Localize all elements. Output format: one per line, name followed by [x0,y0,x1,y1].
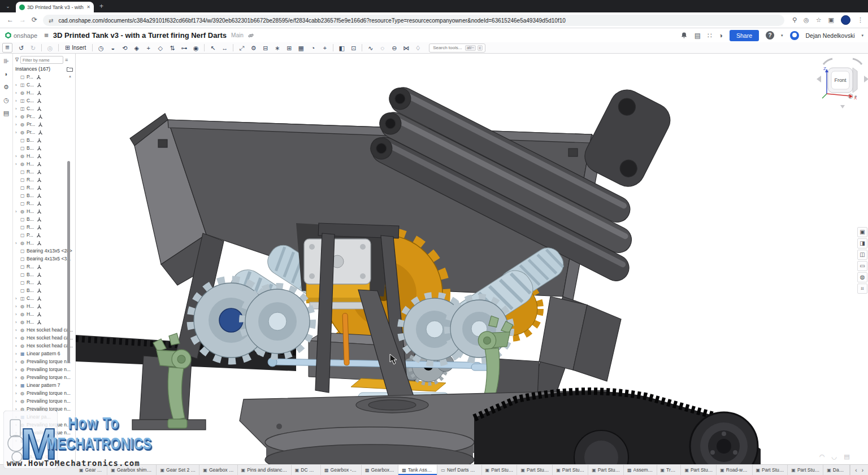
chevron-right-icon[interactable]: › [15,106,20,111]
tab-search-icon[interactable]: ⌄ [3,2,12,10]
chevron-right-icon[interactable]: › [15,430,20,435]
new-folder-icon[interactable] [67,67,73,72]
instance-item[interactable]: › B... ⊘ ▲ [13,271,76,278]
close-tab-icon[interactable]: ✕ [86,5,90,10]
instance-item[interactable]: › H... ⊘ ▲ [13,302,76,310]
instance-item[interactable]: › Linear pattern 6 ⊘ ▲ [13,350,76,358]
explode-icon[interactable]: ⤢ [236,43,247,53]
tab-part-studio-3[interactable]: Part Studio 3 [753,465,788,475]
chevron-right-icon[interactable]: › [15,162,20,167]
tab-gear-set-1[interactable]: Gear Set 1 [76,465,107,475]
chevron-right-icon[interactable]: › [15,438,20,443]
tab-part-studio-2[interactable]: Part Studio 2 [788,465,823,475]
chevron-right-icon[interactable]: › [15,328,20,333]
chevron-right-icon[interactable]: › [15,154,20,159]
chevron-right-icon[interactable]: › [15,415,20,420]
center-of-mass-icon[interactable]: ⌖ [319,43,330,53]
ellipse-tool-icon[interactable]: ◌ [377,43,388,53]
url-input[interactable] [57,17,779,24]
user-avatar[interactable] [790,31,799,40]
mate-icon[interactable]: ◒ [107,43,118,53]
linear-pattern-icon[interactable]: ▦ [296,43,306,53]
chevron-right-icon[interactable]: › [15,383,20,388]
configurations-icon[interactable]: ⚙ [2,83,10,91]
share-link-icon[interactable] [248,33,254,38]
instance-item[interactable]: › H... ⊘ ▲ [13,152,76,160]
bookmark-star-icon[interactable]: ☆ [816,16,822,24]
chevron-right-icon[interactable]: › [15,375,20,380]
instance-item[interactable]: › Prevailing torque n... ⊘ ▲ [13,429,76,437]
planar-mate-icon[interactable]: ◇ [155,43,166,53]
comments-icon[interactable]: ◗ [2,70,10,78]
pin-slot-mate-icon[interactable]: ⊶ [179,43,189,53]
site-info-icon[interactable]: ⇄ [49,18,53,24]
display-states-icon[interactable]: ◧ [336,43,347,53]
instance-item[interactable]: › R... ⊘ ▲ [13,223,76,231]
instance-item[interactable]: › H... ⊘ ▲ [13,318,76,326]
instance-item[interactable]: › H... ⊘ ▲ [13,207,76,215]
chevron-right-icon[interactable]: › [15,391,20,396]
section-view-icon[interactable]: ⊖ [389,43,400,53]
instance-item[interactable]: › Pr... ⊘ ▲ [13,112,76,120]
tab-part-studio-1[interactable]: Part Studio 1 [681,465,717,475]
app-store-icon[interactable]: ∷ [708,32,712,40]
chevron-right-icon[interactable]: › [15,320,20,325]
chevron-right-icon[interactable]: › [15,209,20,214]
chevron-right-icon[interactable]: › [15,90,20,95]
tab-tank-assembly[interactable]: Tank Assembly [398,465,437,475]
instance-item[interactable]: › Bearing 4x13x5 <28> ⊘ ▲ [13,247,76,255]
instance-item[interactable]: › B... ⊘ ▲ [13,144,76,152]
tab-gear-set-2-and-3[interactable]: Gear Set 2 and 3 [157,465,199,475]
tab-dc-motor[interactable]: DC Motor [292,465,321,475]
instance-item[interactable]: › Hex socket head ca... ⊘ ▲ [13,342,76,350]
address-bar[interactable]: ⇄ [43,15,784,26]
tab-part-studio-7[interactable]: Part Studio 7 [553,465,588,475]
named-views-icon[interactable]: ⊡ [348,43,359,53]
instance-item[interactable]: › R... ⊘ ▲ [13,184,76,191]
section-view-icon[interactable]: ◨ [857,238,867,249]
instance-item[interactable]: › La... ⊘ ▲ [13,452,76,460]
instance-item[interactable]: › B... ⊘ ▲ [13,191,76,199]
chevron-right-icon[interactable]: › [15,98,20,103]
instance-item[interactable]: › Linear pattern 7 ⊘ ▲ [13,381,76,389]
instance-item[interactable]: › Hex socket head ca... ⊘ ▲ [13,334,76,342]
instance-item[interactable]: › H... ⊘ ▲ [13,89,76,97]
notifications-bell-icon[interactable] [680,32,688,39]
redo-icon[interactable]: ↻ [28,43,38,53]
slider-mate-icon[interactable]: ⇅ [167,43,177,53]
chevron-right-icon[interactable]: › [15,130,20,135]
extensions-icon[interactable]: ▣ [828,16,834,24]
tab-gearbox-shims-parts[interactable]: Gearbox shims parts [107,465,157,475]
hide-show-icon[interactable]: ◫ [857,250,867,260]
chevron-right-icon[interactable]: › [15,304,20,309]
search-tools[interactable]: alt/~ c [429,43,485,53]
instance-item[interactable]: › H... ⊘ ▲ [13,160,76,168]
browser-tab[interactable]: 3D Printed Tank v3 - with a Tur... ✕ [16,2,94,12]
chevron-right-icon[interactable]: › [15,359,20,364]
instance-item[interactable]: › Prevailing torque n... ⊘ ▲ [13,421,76,429]
versions-history-icon[interactable]: ◷ [2,96,10,104]
chevron-right-icon[interactable]: › [15,335,20,341]
search-lens-icon[interactable]: ◎ [804,16,809,24]
instance-item[interactable]: › Prevailing torque n... ⊘ ▲ [13,373,76,381]
instance-item[interactable]: › Linear pa... ⊘ ▲ [13,413,76,421]
panel-scrollbar[interactable] [67,161,70,363]
chevron-right-icon[interactable]: › [15,351,20,356]
password-key-icon[interactable]: ⚲ [792,16,797,24]
rack-relation-icon[interactable]: ⊟ [260,43,271,53]
tab-part-studio-6[interactable]: Part Studio 6 [517,465,553,475]
instance-item[interactable]: › B... ⊘ ▲ [13,286,76,294]
instance-item[interactable]: › H... ⊘ ▲ [13,310,76,318]
tab-damper[interactable]: Damper [823,465,850,475]
instance-item[interactable]: › C... ⊘ ▲ [13,81,76,89]
view-cube-menu[interactable]: ⬡ ▾ [848,93,857,100]
instance-item[interactable]: › R... ⊘ ▲ [13,176,76,184]
fastened-mate-icon[interactable]: + [143,43,154,53]
tab-road-wheels[interactable]: Road-wheels [717,465,752,475]
instance-item[interactable]: › Linear pa... ⊘ ▲ [13,437,76,445]
help-caret-icon[interactable]: ▾ [781,33,783,38]
list-view-icon[interactable]: ≡ [65,57,68,63]
instance-item[interactable]: › R... ⊘ ▲ [13,278,76,286]
instance-item[interactable]: › Prevailing torque n... ⊘ ▲ [13,389,76,397]
view-cube[interactable]: Front Z X [815,55,868,110]
